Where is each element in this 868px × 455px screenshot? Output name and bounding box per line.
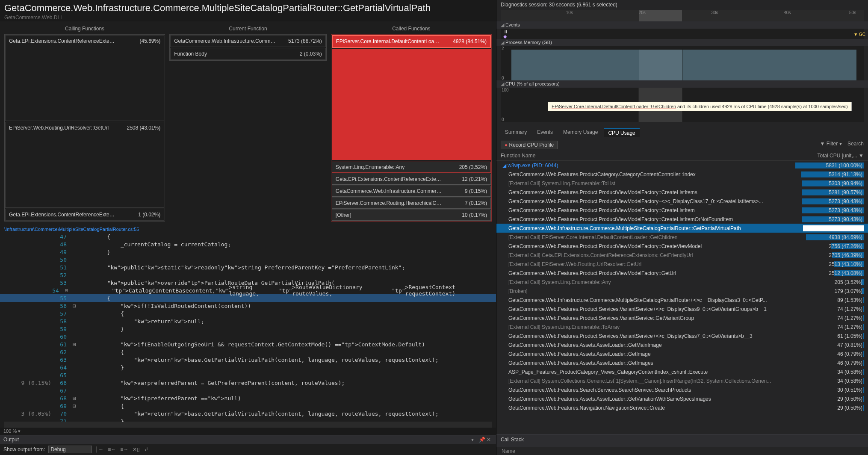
code-line[interactable]: 52 (0, 271, 496, 279)
func-row[interactable]: GetaCommerce.Web.Features.Product.Servic… (496, 304, 868, 313)
callstack-title: Call Stack (501, 437, 524, 443)
step2-icon[interactable]: ≡→ (120, 446, 128, 452)
code-line[interactable]: 68⊟ "kw">if (preferredParent == "kw">nul… (0, 394, 496, 402)
record-cpu-button[interactable]: ● Record CPU Profile (501, 141, 558, 149)
func-row[interactable]: GetaCommerce.Web.Features.Product.Produc… (496, 197, 868, 206)
called-fn-1[interactable]: Geta.EPi.Extensions.ContentReferenceExte… (332, 174, 491, 185)
code-line[interactable]: 69⊟ { (0, 402, 496, 410)
code-line[interactable]: 67 (0, 387, 496, 394)
code-line[interactable]: 60 (0, 333, 496, 340)
called-fn-3[interactable]: EPiServer.Commerce.Routing.HierarchicalC… (332, 198, 491, 209)
func-row[interactable]: ASP_Page_Features_ProductCategory_Views_… (496, 367, 868, 376)
func-row[interactable]: [External Call] System.Linq.Enumerable::… (496, 179, 868, 188)
code-editor[interactable]: ↘ 47 {48 _currentCatalog = currentCatalo… (0, 233, 496, 422)
code-line[interactable]: 56⊟ "kw">if (!IsValidRoutedContent(conte… (0, 302, 496, 310)
code-line[interactable]: 54⊟ "tp">CatalogContentBase content, "kw… (0, 287, 496, 294)
diag-session-header: Diagnostics session: 30 seconds (6.861 s… (496, 0, 868, 9)
process-root-row[interactable]: ◢ w3wp.exe (PID: 6044) 5831 (100.00%) (496, 161, 868, 170)
output-source-select[interactable]: Debug (48, 446, 92, 453)
calling-fn-2[interactable]: Geta.EPi.Extensions.ContentReferenceExte… (5, 209, 164, 221)
module-name: GetaCommerce.Web.DLL (4, 15, 492, 21)
func-row[interactable]: [External Call] EPiServer.Core.Internal.… (496, 233, 868, 242)
memory-chart[interactable]: 2 0 (501, 46, 864, 80)
timeline-ruler[interactable]: 10s 20s 30s 40s 50s (501, 10, 864, 21)
func-row[interactable]: GetaCommerce.Web.Features.Navigation.Nav… (496, 403, 868, 412)
callstack-col: Name (496, 447, 868, 455)
calling-fn-1[interactable]: EPiServer.Web.Routing.UrlResolver::GetUr… (5, 122, 164, 208)
code-line[interactable]: 51 "kw">public "kw">static "kw">readonly… (0, 263, 496, 271)
func-row[interactable]: GetaCommerce.Web.Features.Assets.AssetLo… (496, 394, 868, 403)
func-row[interactable]: GetaCommerce.Web.Features.Product.Produc… (496, 215, 868, 224)
called-fn-0[interactable]: System.Linq.Enumerable::Any205 (3.52%) (332, 162, 491, 173)
current-header: Current Function (169, 26, 327, 32)
func-row[interactable]: GetaCommerce.Web.Features.Product.Produc… (496, 269, 868, 278)
func-row[interactable]: GetaCommerce.Web.Infrastructure.Commerce… (496, 224, 868, 233)
code-file-path[interactable]: \Infrastructure\Commerce\MultipleSiteCat… (0, 226, 496, 233)
func-row[interactable]: GetaCommerce.Web.Features.Product.Produc… (496, 188, 868, 197)
func-row[interactable]: GetaCommerce.Web.Features.Product.Produc… (496, 206, 868, 215)
func-row[interactable]: GetaCommerce.Web.Features.Assets.AssetLo… (496, 349, 868, 358)
calling-fn-0[interactable]: Geta.EPi.Extensions.ContentReferenceExte… (5, 35, 164, 121)
goto-icon[interactable]: │← (95, 446, 104, 452)
func-row[interactable]: GetaCommerce.Web.Features.Assets.AssetLo… (496, 340, 868, 349)
called-fn-2[interactable]: GetaCommerce.Web.Infrastructure.Commerce… (332, 186, 491, 197)
dropdown-icon[interactable]: ▾ (471, 437, 477, 443)
code-line[interactable]: 48 _currentCatalog = currentCatalog; (0, 240, 496, 248)
code-line[interactable]: 71 } (0, 417, 496, 422)
code-line[interactable]: 61⊟ "kw">if (EnableOutgoingSeoUri && req… (0, 340, 496, 348)
wrap-icon[interactable]: ↲ (144, 446, 148, 452)
tab-memory-usage[interactable]: Memory Usage (559, 128, 602, 137)
called-fn-4[interactable]: [Other]10 (0.17%) (332, 210, 491, 221)
code-line[interactable]: 49 } (0, 248, 496, 256)
func-row[interactable]: [External Call] System.Linq.Enumerable::… (496, 278, 868, 287)
pin-icon[interactable]: 📌 (479, 437, 485, 443)
code-line[interactable]: 57 { (0, 310, 496, 317)
code-line[interactable]: 64 } (0, 363, 496, 371)
code-line[interactable]: 65 (0, 371, 496, 379)
events-label[interactable]: Events (496, 21, 868, 29)
events-track[interactable]: ⏸ ◆ (501, 29, 864, 39)
current-fn-0[interactable]: GetaCommerce.Web.Infrastructure.Commerce… (170, 35, 326, 47)
func-row[interactable]: [External Call] EPiServer.Web.Routing.Ur… (496, 260, 868, 269)
tab-summary[interactable]: Summary (501, 128, 531, 137)
filter-button[interactable]: ▼ Filter ▾ (820, 141, 841, 147)
func-row[interactable]: [Broken]179 (3.07%) (496, 287, 868, 295)
code-line[interactable]: 63 "kw">return "kw">base.GetPartialVirtu… (0, 356, 496, 363)
clear-icon[interactable]: ✕▯ (133, 446, 140, 452)
hot-path-tooltip: EPiServer.Core.Internal.DefaultContentLo… (548, 102, 852, 111)
cpu-label[interactable]: CPU (% of all processors) (496, 80, 868, 88)
called-hot-fn[interactable]: EPiServer.Core.Internal.DefaultContentLo… (332, 35, 491, 48)
current-fn-body[interactable]: Function Body 2 (0.03%) (170, 48, 326, 60)
close-icon[interactable]: ✕ (487, 437, 493, 443)
step-icon[interactable]: ≡← (108, 446, 116, 452)
func-row[interactable]: GetaCommerce.Web.Features.ProductCategor… (496, 170, 868, 179)
func-row[interactable]: [External Call] System.Linq.Enumerable::… (496, 322, 868, 331)
func-row[interactable]: GetaCommerce.Web.Features.Product.Servic… (496, 331, 868, 340)
code-line[interactable]: 59 } (0, 325, 496, 333)
function-list[interactable]: ◢ w3wp.exe (PID: 6044) 5831 (100.00%) Ge… (496, 161, 868, 434)
code-h-scroll[interactable] (4, 422, 492, 428)
code-line[interactable]: 58 "kw">return "kw">null; (0, 317, 496, 325)
mem-label[interactable]: Process Memory (GB) (505, 40, 552, 45)
page-title: GetaCommerce.Web.Infrastructure.Commerce… (4, 3, 492, 14)
func-row[interactable]: GetaCommerce.Web.Features.Product.Produc… (496, 242, 868, 251)
zoom-level[interactable]: 100 % (3, 428, 17, 434)
output-title: Output (3, 437, 19, 443)
func-row[interactable]: GetaCommerce.Web.Infrastructure.Commerce… (496, 295, 868, 304)
code-line[interactable]: 3 (0.05%)70 "kw">return "kw">base.GetPar… (0, 410, 496, 417)
func-row[interactable]: GetaCommerce.Web.Features.Assets.AssetLo… (496, 358, 868, 367)
tab-cpu-usage[interactable]: CPU Usage (604, 128, 639, 137)
code-line[interactable]: 9 (0.15%)66 "kw">var preferredParent = G… (0, 379, 496, 387)
func-row[interactable]: GetaCommerce.Web.Features.Search.Service… (496, 385, 868, 394)
func-row[interactable]: [External Call] System.Collections.Gener… (496, 376, 868, 385)
col-total-cpu[interactable]: Total CPU [unit,... ▼ (795, 153, 864, 159)
code-line[interactable]: 50 (0, 256, 496, 263)
code-line[interactable]: 62 { (0, 348, 496, 356)
code-line[interactable]: 47 { (0, 233, 496, 240)
search-button[interactable]: Search (847, 141, 864, 147)
tab-events[interactable]: Events (533, 128, 557, 137)
func-row[interactable]: [External Call] Geta.EPi.Extensions.Cont… (496, 251, 868, 260)
col-function-name[interactable]: Function Name (501, 153, 795, 159)
func-row[interactable]: GetaCommerce.Web.Features.Product.Servic… (496, 313, 868, 322)
calling-header: Calling Functions (4, 26, 165, 32)
